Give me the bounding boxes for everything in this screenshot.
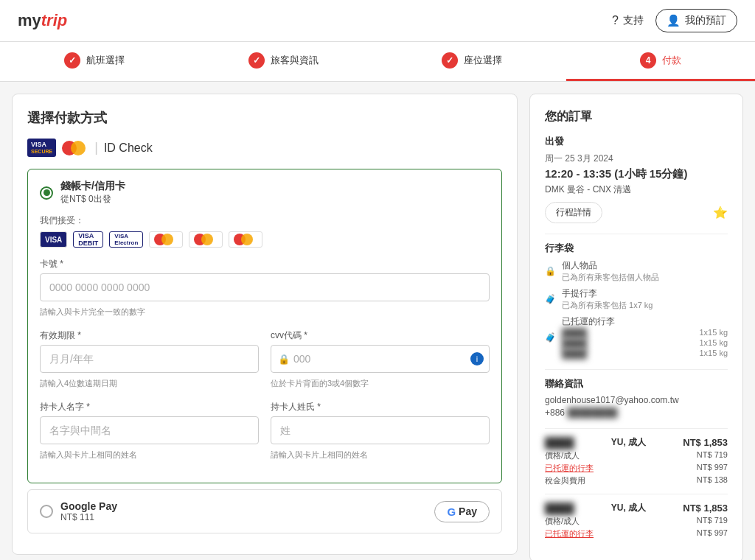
step2-circle: ✓: [248, 52, 265, 69]
departure-label: 出發: [545, 135, 728, 148]
passenger2-detail2: 已托運的行李 NT$ 997: [545, 528, 728, 539]
checked-bag-label: 已托運的行李: [562, 315, 728, 328]
personal-info: 個人物品 已為所有乘客包括個人物品: [562, 259, 659, 283]
cvv-input[interactable]: [271, 345, 490, 373]
support-link[interactable]: ? 支持: [612, 14, 644, 27]
passenger1-section: ████ YU, 成人 NT$ 1,853 價格/成人 NT$ 719 已托運的…: [545, 436, 728, 486]
checked-bag-item-3: ████ 1x15 kg: [562, 349, 728, 359]
mc2-icon: [189, 231, 223, 248]
departure-route: DMK 曼谷 - CNX 清邁: [545, 183, 728, 196]
passenger1-detail1: 價格/成人 NT$ 719: [545, 450, 728, 461]
step4-label: 付款: [662, 54, 681, 67]
passenger1-name-row: ████ YU, 成人 NT$ 1,853: [545, 436, 728, 449]
user-icon: 👤: [667, 14, 681, 27]
p2d2-label[interactable]: 已托運的行李: [545, 528, 594, 539]
step4-circle: 4: [640, 52, 656, 69]
checked-name-1: ████: [562, 328, 587, 338]
booking-label: 我的預訂: [685, 14, 726, 27]
passenger1-price: NT$ 1,853: [683, 437, 728, 448]
visa-electron-icon: VISAElectron: [109, 231, 143, 248]
checked-weight-3: 1x15 kg: [699, 349, 728, 359]
gpay-option[interactable]: Google Pay NT$ 111 GPay: [27, 489, 502, 533]
passenger1-detail2: 已托運的行李 NT$ 997: [545, 463, 728, 474]
p1d2-value: NT$ 997: [697, 463, 728, 474]
mastercard-logo: [62, 140, 88, 156]
gpay-radio[interactable]: [40, 505, 53, 518]
payment-logos: VISA SECURE | ID Check: [27, 139, 502, 157]
name-row: 持卡人名字 * 請輸入與卡片上相同的姓名 持卡人姓氏 * 請輸入與卡片上相同的姓…: [40, 401, 490, 461]
passenger1-detail3: 稅金與費用 NT$ 138: [545, 475, 728, 486]
divider-4: [545, 494, 728, 494]
checked-bag-section: 🧳 已托運的行李 ████ 1x15 kg ████ 1x15 kg ████: [545, 315, 728, 359]
passenger2-detail1: 價格/成人 NT$ 719: [545, 516, 728, 527]
departure-section: 出發 周一 25 3月 2024 12:20 - 13:35 (1小時 15分鐘…: [545, 135, 728, 223]
visa-secure-logo: VISA SECURE: [27, 139, 56, 157]
p1d2-label[interactable]: 已托運的行李: [545, 463, 594, 474]
cvv-group: cvv代碼 * 🔒 i 位於卡片背面的3或4個數字: [271, 329, 490, 389]
handcarry-icon: 🧳: [545, 294, 556, 304]
booking-button[interactable]: 👤 我的預訂: [655, 9, 737, 32]
accepted-card-icons: VISA VISADEBIT VISAElectron: [40, 231, 490, 248]
passenger2-section: ████ YU, 成人 NT$ 1,853 價格/成人 NT$ 719 已托運的…: [545, 502, 728, 539]
firstname-input[interactable]: [40, 416, 259, 444]
left-panel: 選擇付款方式 VISA SECURE | ID Check: [12, 94, 518, 560]
p2d2-value: NT$ 997: [697, 528, 728, 539]
passenger1-blurred-name: ████: [545, 437, 574, 449]
credit-card-option[interactable]: 錢帳卡/信用卡 從NT$ 0出發 我們接受： VISA VISADEBIT VI…: [27, 169, 502, 483]
passenger2-name-suffix: YU, 成人: [611, 502, 646, 514]
header-right: ? 支持 👤 我的預訂: [612, 9, 737, 32]
star-icon: ⭐: [713, 206, 728, 220]
radio-inner: [44, 189, 50, 196]
p2d1-value: NT$ 719: [697, 516, 728, 527]
cvv-input-wrapper: 🔒 i: [271, 345, 490, 373]
expiry-hint: 請輸入4位數遠期日期: [40, 378, 259, 389]
personal-icon: 🔒: [545, 266, 556, 276]
gpay-sub: NT$ 111: [60, 512, 117, 522]
step3-circle: ✓: [442, 52, 458, 69]
payment-card: 選擇付款方式 VISA SECURE | ID Check: [12, 94, 518, 555]
lock-icon: 🔒: [278, 354, 290, 365]
id-check-label: ID Check: [104, 141, 153, 155]
contact-email: goldenhouse1017@yahoo.com.tw: [545, 395, 728, 405]
progress-step-4: 4 付款: [566, 42, 755, 81]
card-number-hint: 請輸入與卡片完全一致的數字: [40, 307, 490, 318]
order-title: 您的訂單: [545, 109, 728, 125]
contact-section: 聯絡資訊 goldenhouse1017@yahoo.com.tw +886 █…: [545, 377, 728, 418]
checked-weight-1: 1x15 kg: [699, 328, 728, 338]
right-panel: 您的訂單 出發 周一 25 3月 2024 12:20 - 13:35 (1小時…: [529, 94, 743, 560]
phone-blurred: ████████: [567, 407, 617, 418]
baggage-label: 行李袋: [545, 242, 728, 255]
contact-phone: +886 ████████: [545, 407, 728, 418]
departure-day: 周一 25 3月 2024: [545, 153, 728, 165]
details-button[interactable]: 行程詳情: [545, 202, 602, 223]
checked-weight-2: 1x15 kg: [699, 338, 728, 349]
divider-2: [545, 369, 728, 370]
gpay-option-inner: Google Pay NT$ 111 GPay: [40, 500, 490, 522]
credit-card-radio[interactable]: [40, 186, 53, 200]
card-number-row: 卡號 * 請輸入與卡片完全一致的數字: [40, 258, 490, 318]
expiry-input[interactable]: [40, 345, 259, 373]
handcarry-label: 手提行李: [562, 287, 653, 300]
card-number-group: 卡號 * 請輸入與卡片完全一致的數字: [40, 258, 490, 318]
checked-icon: 🧳: [545, 332, 556, 343]
gpay-left: Google Pay NT$ 111: [40, 500, 117, 522]
firstname-group: 持卡人名字 * 請輸入與卡片上相同的姓名: [40, 401, 259, 461]
p1d3-value: NT$ 138: [697, 475, 728, 486]
cvv-info-icon[interactable]: i: [470, 352, 484, 365]
step3-label: 座位選擇: [464, 54, 502, 67]
gpay-button[interactable]: GPay: [434, 501, 490, 522]
card-number-input[interactable]: [40, 273, 490, 301]
divider-1: [545, 234, 728, 234]
surname-label: 持卡人姓氏 *: [271, 401, 490, 413]
handcarry-item: 🧳 手提行李 已為所有乘客包括 1x7 kg: [545, 287, 728, 311]
personal-label: 個人物品: [562, 259, 659, 272]
surname-hint: 請輸入與卡片上相同的姓名: [271, 449, 490, 461]
personal-item: 🔒 個人物品 已為所有乘客包括個人物品: [545, 259, 728, 283]
mc3-icon: [229, 231, 262, 248]
handcarry-info: 手提行李 已為所有乘客包括 1x7 kg: [562, 287, 653, 311]
logo-trip: trip: [41, 11, 67, 29]
logo-my: my: [18, 11, 41, 29]
expiry-cvv-row: 有效期限 * 請輸入4位數遠期日期 cvv代碼 * 🔒 i 位於卡片背面的3或4…: [40, 329, 490, 389]
surname-input[interactable]: [271, 416, 490, 444]
progress-step-3: ✓ 座位選擇: [378, 42, 566, 81]
